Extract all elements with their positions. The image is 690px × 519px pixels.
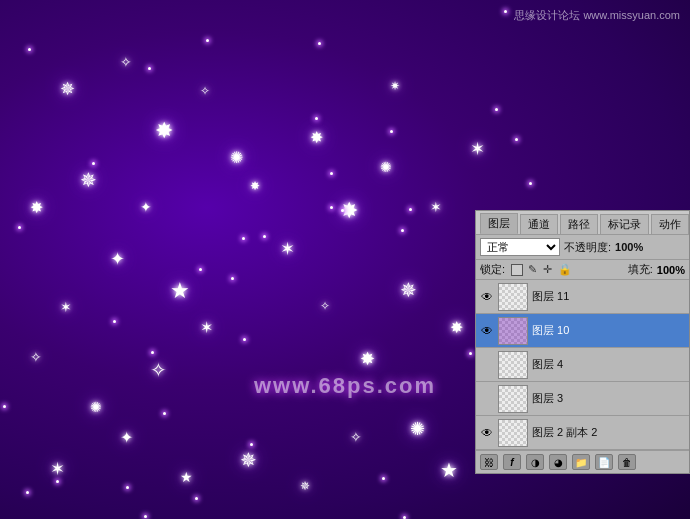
sparkle: ✸ xyxy=(155,120,173,142)
adjustment-icon[interactable]: ◕ xyxy=(549,454,567,470)
glow-dot xyxy=(250,443,253,446)
glow-dot xyxy=(199,268,202,271)
glow-dot xyxy=(330,172,333,175)
sparkle: ✺ xyxy=(230,150,243,166)
sparkle: ✸ xyxy=(310,130,323,146)
sparkle: ✵ xyxy=(60,80,75,98)
glow-dot xyxy=(144,515,147,518)
sparkle: ✸ xyxy=(450,320,463,336)
glow-dot xyxy=(163,412,166,415)
glow-dot xyxy=(206,39,209,42)
fill-value: 100% xyxy=(657,264,685,276)
sparkle: ✵ xyxy=(300,480,310,492)
glow-dot xyxy=(495,108,498,111)
lock-label: 锁定: xyxy=(480,262,505,277)
layer-name-label: 图层 2 副本 2 xyxy=(532,425,687,440)
layer-row[interactable]: 👁图层 10 xyxy=(476,314,689,348)
glow-dot xyxy=(318,42,321,45)
glow-dot xyxy=(28,48,31,51)
sparkle: ★ xyxy=(170,280,190,302)
eye-visibility-icon[interactable]: 👁 xyxy=(478,288,496,306)
tab-paths[interactable]: 路径 xyxy=(560,214,598,234)
sparkle: ✸ xyxy=(250,180,260,192)
sparkle: ✧ xyxy=(150,360,167,380)
sparkle: ✧ xyxy=(320,300,330,312)
bottom-watermark: www.68ps.com xyxy=(254,373,436,399)
brush-icon[interactable]: ✎ xyxy=(528,263,537,276)
glow-dot xyxy=(3,405,6,408)
layer-thumbnail xyxy=(498,283,528,311)
link-layers-icon[interactable]: ⛓ xyxy=(480,454,498,470)
lock-fill-row: 锁定: ✎ ✛ 🔒 填充: 100% xyxy=(476,260,689,280)
layer-name-label: 图层 10 xyxy=(532,323,687,338)
sparkle: ✺ xyxy=(90,400,102,414)
sparkle: ✵ xyxy=(80,170,97,190)
glow-dot xyxy=(315,117,318,120)
layers-panel: 图层 通道 路径 标记录 动作 正常 不透明度: 100% 锁定: ✎ ✛ 🔒 … xyxy=(475,210,690,474)
add-mask-icon[interactable]: ◑ xyxy=(526,454,544,470)
sparkle: ✵ xyxy=(240,450,257,470)
fill-label: 填充: xyxy=(628,262,653,277)
layer-thumbnail xyxy=(498,419,528,447)
glow-dot xyxy=(341,209,344,212)
tab-actions[interactable]: 动作 xyxy=(651,214,689,234)
tab-history[interactable]: 标记录 xyxy=(600,214,649,234)
sparkle: ✦ xyxy=(140,200,152,214)
layer-thumbnail xyxy=(498,317,528,345)
sparkle: ✶ xyxy=(60,300,72,314)
sparkle: ★ xyxy=(440,460,458,480)
lock-all-icon[interactable]: 🔒 xyxy=(558,263,572,276)
new-group-icon[interactable]: 📁 xyxy=(572,454,590,470)
sparkle: ✧ xyxy=(30,350,42,364)
move-icon[interactable]: ✛ xyxy=(543,263,552,276)
glow-dot xyxy=(469,352,472,355)
glow-dot xyxy=(92,162,95,165)
glow-dot xyxy=(409,208,412,211)
layer-row[interactable]: 👁图层 2 副本 2 xyxy=(476,416,689,450)
tab-layers[interactable]: 图层 xyxy=(480,213,518,234)
sparkle: ✵ xyxy=(400,280,417,300)
glow-dot xyxy=(195,497,198,500)
lock-checkbox-icon[interactable] xyxy=(511,264,523,276)
tab-channels[interactable]: 通道 xyxy=(520,214,558,234)
sparkle: ✺ xyxy=(380,160,392,174)
sparkle: ★ xyxy=(180,470,193,484)
panel-footer: ⛓ f ◑ ◕ 📁 📄 🗑 xyxy=(476,450,689,473)
layer-name-label: 图层 4 xyxy=(532,357,687,372)
glow-dot xyxy=(231,277,234,280)
eye-visibility-icon[interactable]: 👁 xyxy=(478,322,496,340)
sparkle: ✸ xyxy=(30,200,43,216)
glow-dot xyxy=(18,226,21,229)
sparkle: ✺ xyxy=(410,420,425,438)
glow-dot xyxy=(26,491,29,494)
sparkle: ✶ xyxy=(200,320,213,336)
layer-row[interactable]: 👁图层 11 xyxy=(476,280,689,314)
sparkle: ✦ xyxy=(120,430,133,446)
glow-dot xyxy=(243,338,246,341)
layer-list: 👁图层 11👁图层 10图层 4图层 3👁图层 2 副本 2 xyxy=(476,280,689,450)
sparkle: ✶ xyxy=(470,140,485,158)
layer-name-label: 图层 11 xyxy=(532,289,687,304)
fx-icon[interactable]: f xyxy=(503,454,521,470)
layer-row[interactable]: 图层 4 xyxy=(476,348,689,382)
blend-mode-select[interactable]: 正常 xyxy=(480,238,560,256)
delete-layer-icon[interactable]: 🗑 xyxy=(618,454,636,470)
eye-visibility-icon[interactable] xyxy=(478,390,496,408)
layer-thumbnail xyxy=(498,385,528,413)
sparkle: ✷ xyxy=(390,80,400,92)
layer-thumbnail xyxy=(498,351,528,379)
new-layer-icon[interactable]: 📄 xyxy=(595,454,613,470)
glow-dot xyxy=(263,235,266,238)
eye-visibility-icon[interactable]: 👁 xyxy=(478,424,496,442)
sparkle: ✸ xyxy=(360,350,375,368)
glow-dot xyxy=(56,480,59,483)
panel-tabs: 图层 通道 路径 标记录 动作 xyxy=(476,211,689,235)
eye-visibility-icon[interactable] xyxy=(478,356,496,374)
glow-dot xyxy=(515,138,518,141)
layer-row[interactable]: 图层 3 xyxy=(476,382,689,416)
sparkle: ✶ xyxy=(430,200,442,214)
glow-dot xyxy=(330,206,333,209)
glow-dot xyxy=(113,320,116,323)
blend-opacity-row: 正常 不透明度: 100% xyxy=(476,235,689,260)
sparkle: ✧ xyxy=(350,430,362,444)
